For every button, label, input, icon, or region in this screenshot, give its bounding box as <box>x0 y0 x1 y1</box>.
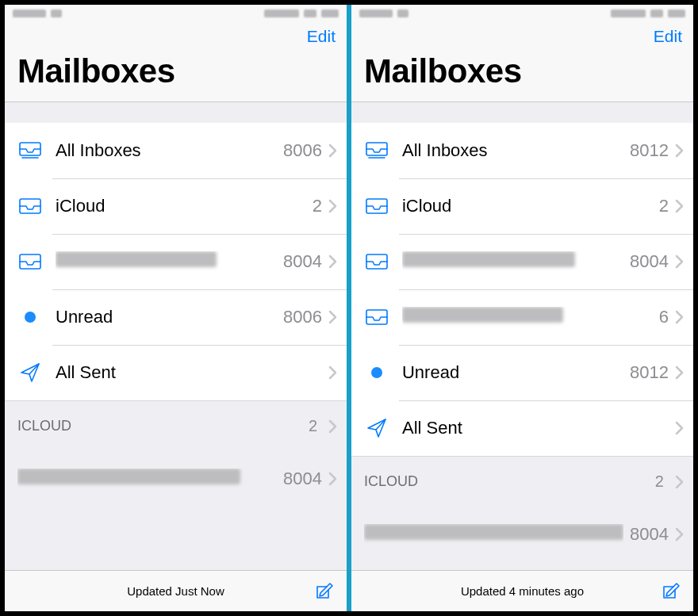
mailbox-row[interactable]: All Inboxes8012 <box>351 123 693 178</box>
compose-icon <box>313 580 335 603</box>
mailbox-label: Unread <box>402 362 623 383</box>
section-icloud[interactable]: ICLOUD 2 <box>351 456 693 507</box>
inbox-icon <box>18 197 42 215</box>
chevron-right-icon <box>328 254 337 269</box>
chevron-right-icon <box>675 199 684 213</box>
mailbox-count: 8004 <box>283 251 322 272</box>
paperplane-icon <box>366 417 388 439</box>
mailbox-label: All Sent <box>56 362 316 383</box>
mail-pane-right: Edit Mailboxes All Inboxes8012iCloud2███… <box>351 5 693 611</box>
chevron-right-icon <box>675 143 684 158</box>
mailbox-count: 2 <box>659 196 669 216</box>
mailbox-row[interactable]: █████████████8004 <box>5 234 347 289</box>
chevron-right-icon <box>328 365 337 380</box>
chevron-right-icon <box>328 419 337 434</box>
mailbox-count: 8006 <box>283 140 322 161</box>
chevron-right-icon <box>675 365 684 380</box>
chevron-right-icon <box>328 310 337 324</box>
inbox-icon <box>365 197 389 215</box>
mailbox-row[interactable]: All Sent <box>351 400 693 456</box>
unread-dot-icon <box>25 312 36 323</box>
account-row[interactable]: ██████████████████ 8004 <box>5 451 347 507</box>
mailbox-row[interactable]: Unread8006 <box>5 289 347 345</box>
mailbox-count: 2 <box>313 196 322 216</box>
chevron-right-icon <box>328 199 337 213</box>
account-row[interactable]: █████████████████████ 8004 <box>351 507 693 562</box>
toolbar: Updated Just Now <box>5 570 347 611</box>
status-text: Updated Just Now <box>127 584 224 598</box>
account-label: ██████████████████ <box>17 469 277 489</box>
mailbox-row[interactable]: ██████████████8004 <box>351 234 693 289</box>
all-inboxes-icon <box>18 140 42 161</box>
mailbox-row[interactable]: Unread8012 <box>351 345 693 400</box>
chevron-right-icon <box>675 310 684 324</box>
mailbox-label: iCloud <box>402 196 653 216</box>
status-text: Updated 4 minutes ago <box>461 584 584 598</box>
mailbox-label: All Inboxes <box>56 140 277 161</box>
mailbox-row[interactable]: iCloud2 <box>5 178 347 234</box>
edit-button[interactable]: Edit <box>307 27 336 46</box>
section-label: ICLOUD <box>364 473 418 490</box>
chevron-right-icon <box>675 254 684 269</box>
unread-dot-icon <box>371 367 382 378</box>
mailbox-list: All Inboxes8012iCloud2██████████████8004… <box>351 102 693 570</box>
compose-icon <box>659 580 681 603</box>
mail-pane-left: Edit Mailboxes All Inboxes8006iCloud2███… <box>5 5 347 611</box>
inbox-icon <box>365 308 389 326</box>
mailbox-label: Unread <box>56 307 277 327</box>
mailbox-label: █████████████ <box>402 307 653 327</box>
page-title: Mailboxes <box>5 48 347 94</box>
paperplane-icon <box>19 362 41 384</box>
section-label: ICLOUD <box>17 418 71 434</box>
inbox-icon <box>18 253 42 270</box>
chevron-right-icon <box>328 472 337 486</box>
mailbox-list: All Inboxes8006iCloud2█████████████8004U… <box>5 102 347 570</box>
chevron-right-icon <box>675 475 684 489</box>
mailbox-count: 8006 <box>283 307 322 327</box>
all-inboxes-icon <box>365 140 389 161</box>
mailbox-count: 6 <box>659 307 669 327</box>
chevron-right-icon <box>675 527 684 541</box>
toolbar: Updated 4 minutes ago <box>351 570 693 611</box>
mailbox-row[interactable]: All Inboxes8006 <box>5 123 347 178</box>
edit-button[interactable]: Edit <box>654 27 682 46</box>
inbox-icon <box>365 253 389 270</box>
compose-button[interactable] <box>312 580 336 603</box>
mailbox-row[interactable]: █████████████6 <box>351 289 693 345</box>
account-count: 8004 <box>283 469 322 489</box>
mailbox-row[interactable]: iCloud2 <box>351 178 693 234</box>
mailbox-row[interactable]: All Sent <box>5 345 347 400</box>
mailbox-label: iCloud <box>56 196 306 216</box>
chevron-right-icon <box>675 421 684 435</box>
mailbox-count: 8012 <box>630 362 669 383</box>
account-label: █████████████████████ <box>364 524 623 545</box>
nav-header: Edit Mailboxes <box>351 22 693 102</box>
mailbox-label: All Inboxes <box>402 140 623 161</box>
mailbox-count: 8012 <box>630 140 669 161</box>
mailbox-label: ██████████████ <box>402 251 623 272</box>
mailbox-label: All Sent <box>402 418 662 438</box>
mailbox-label: █████████████ <box>56 251 277 272</box>
nav-header: Edit Mailboxes <box>5 22 347 102</box>
chevron-right-icon <box>328 143 337 158</box>
section-count: 2 <box>309 417 317 435</box>
mailbox-count: 8004 <box>630 251 669 272</box>
compose-button[interactable] <box>658 580 682 603</box>
page-title: Mailboxes <box>351 48 693 94</box>
section-count: 2 <box>655 473 664 491</box>
status-bar <box>5 5 347 22</box>
account-count: 8004 <box>630 524 669 545</box>
status-bar <box>351 5 693 22</box>
section-icloud[interactable]: ICLOUD 2 <box>5 400 347 451</box>
